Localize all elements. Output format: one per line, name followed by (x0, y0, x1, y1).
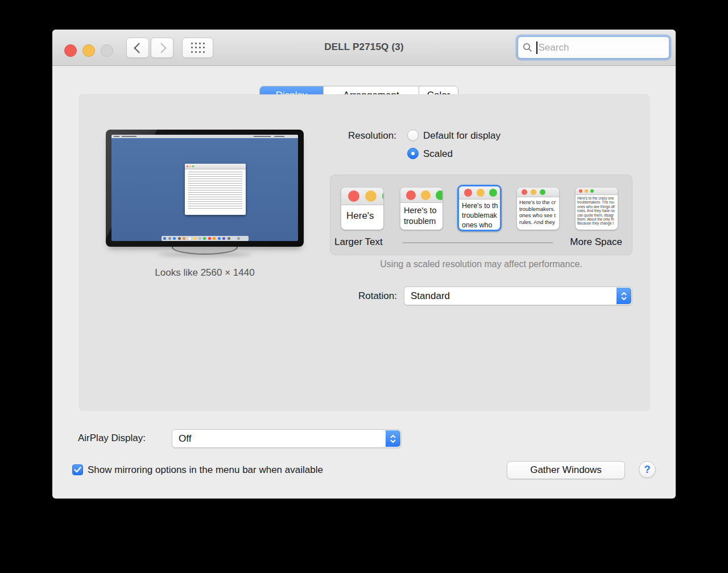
thumb-text: Here's to th troublemak ones who (459, 200, 500, 230)
yellow-dot-icon (531, 189, 536, 195)
scale-option-more-space[interactable]: Here's to the cr troublemakers. ones who… (517, 188, 559, 230)
checkmark-icon (74, 467, 81, 473)
red-dot-icon (406, 190, 416, 200)
scale-option-selected[interactable]: Here's to th troublemak ones who (457, 185, 502, 231)
search-placeholder: Search (539, 42, 569, 53)
popup-stepper-icon (617, 288, 631, 304)
green-dot-icon (590, 189, 594, 193)
scale-option-largest-text[interactable]: Here's (341, 188, 383, 230)
system-preferences-window: DELL P2715Q (3) Search Display Arrangeme… (52, 30, 676, 499)
mini-window-text-lines (188, 172, 242, 210)
thumb-titlebar (517, 188, 559, 197)
radio-scaled-label[interactable]: Scaled (423, 148, 453, 160)
rotation-value: Standard (404, 290, 450, 302)
rotation-label: Rotation: (297, 290, 397, 302)
mirroring-checkbox[interactable] (72, 464, 83, 475)
help-button[interactable]: ? (639, 461, 656, 478)
green-dot-icon (489, 189, 497, 197)
scale-option-larger-text[interactable]: Here's to troublem (400, 188, 442, 230)
thumb-text: Here's (341, 205, 383, 222)
thumb-titlebar (341, 188, 383, 205)
gather-windows-button[interactable]: Gather Windows (507, 461, 625, 479)
search-field[interactable]: Search (518, 36, 669, 59)
airplay-display-label: AirPlay Display: (78, 433, 146, 444)
mini-window-titlebar (185, 164, 246, 169)
monitor-screen (111, 135, 298, 241)
yellow-dot-icon (421, 190, 431, 200)
larger-text-label: Larger Text (334, 236, 383, 248)
airplay-dropdown[interactable]: Off (172, 429, 402, 448)
rotation-dropdown[interactable]: Standard (404, 286, 632, 305)
red-dot-icon (579, 189, 582, 193)
airplay-value: Off (172, 433, 191, 445)
resolution-label: Resolution: (291, 130, 396, 142)
mirroring-checkbox-label[interactable]: Show mirroring options in the menu bar w… (88, 464, 323, 476)
yellow-dot-icon (477, 189, 485, 197)
red-dot-icon (522, 189, 527, 195)
title-bar: DELL P2715Q (3) Search (52, 30, 676, 66)
scale-slider-track (403, 242, 553, 243)
thumb-titlebar (459, 186, 500, 200)
scale-option-most-space[interactable]: Here's to the crazy one troublemakers. T… (576, 188, 618, 230)
thumb-titlebar (400, 188, 442, 203)
popup-stepper-icon (386, 430, 400, 447)
green-dot-icon (382, 190, 383, 202)
more-space-label: More Space (547, 236, 622, 248)
performance-note: Using a scaled resolution may affect per… (330, 259, 632, 269)
radio-default-label[interactable]: Default for display (423, 130, 500, 142)
monitor-preview (106, 130, 304, 247)
mini-menu-bar (111, 135, 298, 138)
mini-dock (162, 236, 249, 241)
yellow-dot-icon (585, 189, 588, 193)
red-dot-icon (348, 190, 359, 202)
red-dot-icon (464, 189, 472, 197)
radio-default-for-display[interactable] (407, 130, 419, 141)
looks-like-caption: Looks like 2560 × 1440 (106, 267, 304, 279)
mini-document-window (185, 164, 246, 215)
green-dot-icon (540, 189, 545, 195)
thumb-text: Here's to the cr troublemakers. ones who… (517, 197, 559, 225)
thumb-text: Here's to the crazy one troublemakers. T… (576, 195, 618, 226)
green-dot-icon (436, 190, 442, 200)
search-icon (523, 43, 532, 52)
thumb-text: Here's to troublem (400, 203, 442, 227)
radio-scaled[interactable] (407, 148, 419, 159)
thumb-titlebar (576, 188, 618, 195)
yellow-dot-icon (365, 190, 377, 202)
text-cursor (536, 41, 537, 54)
